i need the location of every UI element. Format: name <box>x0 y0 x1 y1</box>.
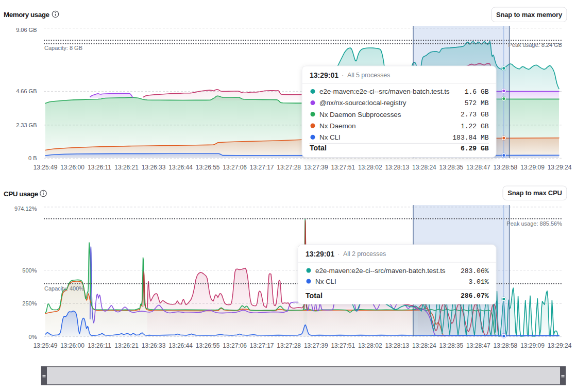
svg-text:13:26:21: 13:26:21 <box>114 164 139 171</box>
svg-text:13:26:55: 13:26:55 <box>196 342 220 349</box>
svg-text:13:29:24: 13:29:24 <box>548 164 572 171</box>
svg-text:572 MB: 572 MB <box>465 99 489 107</box>
svg-text:13:26:00: 13:26:00 <box>60 342 84 349</box>
svg-text:13:28:35: 13:28:35 <box>439 342 464 349</box>
svg-text:13:28:35: 13:28:35 <box>439 164 464 171</box>
svg-text:Nx Daemon: Nx Daemon <box>319 122 355 130</box>
svg-text:Total: Total <box>306 292 323 300</box>
svg-text:13:28:47: 13:28:47 <box>466 164 490 171</box>
svg-text:13:29:09: 13:29:09 <box>520 342 545 349</box>
svg-text:13:27:06: 13:27:06 <box>223 342 247 349</box>
svg-text:13:29:09: 13:29:09 <box>520 164 545 171</box>
svg-text:All 2 processes: All 2 processes <box>343 250 386 258</box>
svg-text:13:28:58: 13:28:58 <box>494 164 518 171</box>
svg-text:13:27:17: 13:27:17 <box>250 164 274 171</box>
svg-text:13:25:49: 13:25:49 <box>33 342 58 349</box>
svg-text:Memory usage: Memory usage <box>4 11 50 19</box>
svg-text:13:27:51: 13:27:51 <box>331 342 355 349</box>
svg-text:13:26:21: 13:26:21 <box>114 342 139 349</box>
svg-text:13:27:06: 13:27:06 <box>223 164 247 171</box>
svg-text:Nx CLI: Nx CLI <box>319 133 341 141</box>
svg-text:13:27:39: 13:27:39 <box>304 164 328 171</box>
svg-text:183.84 MB: 183.84 MB <box>452 134 488 142</box>
svg-text:·: · <box>337 250 340 258</box>
svg-text:4.66 GB: 4.66 GB <box>16 88 37 94</box>
svg-text:@nx/nx-source:local-registry: @nx/nx-source:local-registry <box>319 99 406 107</box>
svg-text:13:26:11: 13:26:11 <box>88 342 111 349</box>
svg-text:13:27:39: 13:27:39 <box>304 342 328 349</box>
svg-text:13:28:02: 13:28:02 <box>358 164 382 171</box>
svg-text:Snap to max memory: Snap to max memory <box>496 11 563 19</box>
svg-text:6.29 GB: 6.29 GB <box>461 145 489 152</box>
svg-text:e2e-maven:e2e-ci--src/maven-ba: e2e-maven:e2e-ci--src/maven-batch.test.t… <box>319 88 450 95</box>
svg-text:13:27:51: 13:27:51 <box>331 164 355 171</box>
svg-text:2.33 GB: 2.33 GB <box>16 122 37 128</box>
svg-text:9.06 GB: 9.06 GB <box>16 27 37 33</box>
svg-text:974.12%: 974.12% <box>14 206 37 212</box>
svg-text:13:29:24: 13:29:24 <box>548 342 572 349</box>
svg-text:Capacity: 8 GB: Capacity: 8 GB <box>44 45 82 51</box>
svg-text:283.06%: 283.06% <box>461 267 489 275</box>
svg-text:All 5 processes: All 5 processes <box>347 72 390 79</box>
svg-text:13:28:58: 13:28:58 <box>494 342 518 349</box>
svg-text:0%: 0% <box>29 334 37 340</box>
svg-text:13:26:33: 13:26:33 <box>142 164 166 171</box>
svg-text:13:28:13: 13:28:13 <box>385 342 409 349</box>
svg-text:e2e-maven:e2e-ci--src/maven-ba: e2e-maven:e2e-ci--src/maven-batch.test.t… <box>315 267 446 275</box>
svg-text:Peak usage: 8.24 GB: Peak usage: 8.24 GB <box>508 42 562 48</box>
svg-text:Nx Daemon Subprocesses: Nx Daemon Subprocesses <box>319 111 401 118</box>
svg-text:13:28:02: 13:28:02 <box>358 342 382 349</box>
svg-text:13:27:28: 13:27:28 <box>277 342 301 349</box>
svg-text:13:26:33: 13:26:33 <box>142 342 166 349</box>
svg-text:Snap to max CPU: Snap to max CPU <box>507 189 562 197</box>
svg-text:Capacity: 400%: Capacity: 400% <box>44 285 84 292</box>
svg-text:13:29:01: 13:29:01 <box>306 250 334 258</box>
svg-text:13:28:24: 13:28:24 <box>412 164 436 171</box>
svg-text:Nx CLI: Nx CLI <box>315 278 336 285</box>
svg-text:13:25:49: 13:25:49 <box>33 164 58 171</box>
svg-text:13:29:01: 13:29:01 <box>310 71 338 79</box>
svg-text:13:27:28: 13:27:28 <box>277 164 301 171</box>
svg-text:Total: Total <box>310 144 327 152</box>
svg-text:250%: 250% <box>22 300 37 306</box>
svg-text:500%: 500% <box>22 267 37 274</box>
svg-text:13:26:44: 13:26:44 <box>168 164 193 171</box>
svg-text:13:26:44: 13:26:44 <box>168 342 193 349</box>
svg-text:1.6 GB: 1.6 GB <box>465 88 489 96</box>
svg-text:13:28:24: 13:28:24 <box>412 342 436 349</box>
svg-text:13:26:11: 13:26:11 <box>88 164 111 171</box>
svg-text:·: · <box>342 71 344 79</box>
svg-text:0 B: 0 B <box>28 155 37 161</box>
svg-text:2.73 GB: 2.73 GB <box>461 111 489 118</box>
svg-text:13:26:00: 13:26:00 <box>60 164 84 171</box>
svg-text:CPU usage: CPU usage <box>4 190 39 198</box>
svg-text:13:26:55: 13:26:55 <box>196 164 220 171</box>
svg-text:13:27:17: 13:27:17 <box>250 342 274 349</box>
svg-text:13:28:13: 13:28:13 <box>385 164 409 171</box>
svg-text:1.22 GB: 1.22 GB <box>461 123 489 130</box>
svg-text:13:28:47: 13:28:47 <box>466 342 490 349</box>
svg-text:3.01%: 3.01% <box>468 278 488 286</box>
svg-text:Peak usage: 885.56%: Peak usage: 885.56% <box>506 220 562 227</box>
svg-text:286.07%: 286.07% <box>461 292 489 300</box>
